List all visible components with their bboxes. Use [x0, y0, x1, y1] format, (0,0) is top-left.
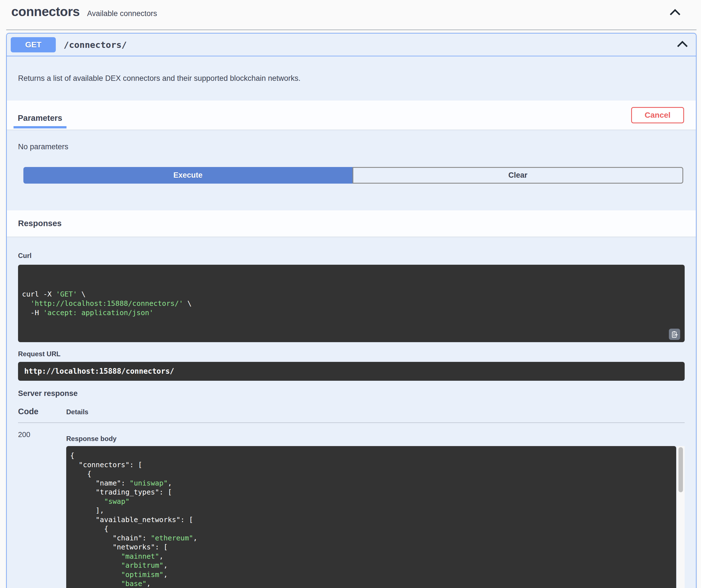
chevron-up-icon [677, 41, 688, 48]
request-url-value: http://localhost:15888/connectors/ [18, 362, 685, 381]
details-column-header: Details [66, 408, 88, 416]
tag-header: connectors Available connectors [6, 0, 696, 30]
curl-label: Curl [18, 252, 685, 260]
operation-block: GET /connectors/ Returns a list of avail… [6, 33, 696, 588]
no-parameters-text: No parameters [18, 142, 696, 151]
method-badge: GET [11, 37, 56, 52]
cancel-button[interactable]: Cancel [631, 107, 684, 123]
response-body-label: Response body [66, 435, 685, 443]
curl-command-block: curl -X 'GET' \ 'http://localhost:15888/… [18, 265, 685, 342]
table-divider [18, 422, 685, 423]
response-row: 200 Response body { "connectors": [ { "n… [18, 430, 685, 588]
request-url-label: Request URL [18, 350, 685, 358]
collapse-operation-button[interactable] [676, 40, 689, 50]
endpoint-path: /connectors/ [64, 40, 127, 50]
server-response-label: Server response [18, 389, 685, 398]
response-body-json: { "connectors": [ { "name": "uniswap", "… [66, 446, 676, 588]
execute-row: Execute Clear [23, 167, 683, 184]
parameters-body: No parameters Execute Clear [7, 129, 696, 210]
responses-title: Responses [18, 219, 62, 228]
copy-to-clipboard-button[interactable] [669, 329, 680, 340]
tag-subtitle: Available connectors [87, 9, 157, 18]
parameters-header: Parameters Cancel [7, 100, 696, 129]
tab-parameters[interactable]: Parameters [14, 113, 66, 128]
operation-summary[interactable]: GET /connectors/ [7, 33, 696, 56]
response-table-header: Code Details [18, 407, 685, 416]
responses-header: Responses [7, 210, 696, 237]
tag-title: connectors [11, 4, 80, 19]
clear-button[interactable]: Clear [353, 167, 683, 184]
chevron-up-icon [669, 9, 681, 16]
execute-button[interactable]: Execute [23, 167, 353, 184]
response-scrollbar[interactable] [677, 446, 685, 588]
scrollbar-thumb[interactable] [678, 447, 683, 492]
responses-section: Curl curl -X 'GET' \ 'http://localhost:1… [7, 237, 696, 588]
status-code: 200 [18, 430, 66, 439]
response-body-container: { "connectors": [ { "name": "uniswap", "… [66, 446, 685, 588]
collapse-tag-button[interactable] [668, 8, 682, 18]
operation-description: Returns a list of available DEX connecto… [7, 56, 696, 100]
code-column-header: Code [18, 407, 66, 416]
clipboard-icon [671, 331, 678, 338]
